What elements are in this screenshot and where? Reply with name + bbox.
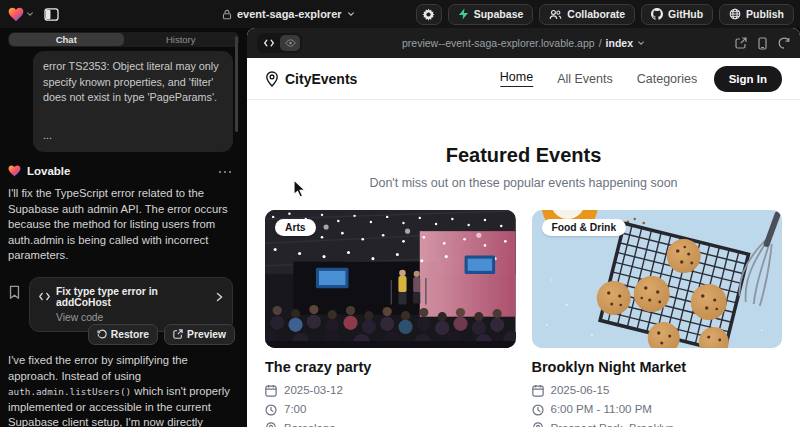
globe-icon (729, 8, 741, 20)
hero-section: Featured Events Don't miss out on these … (247, 144, 800, 190)
message-menu-icon[interactable] (219, 170, 233, 173)
publish-label: Publish (746, 8, 784, 20)
preview-url: preview--event-saga-explorer.lovable.app (402, 37, 595, 49)
inline-code: auth.admin.listUsers() (8, 386, 131, 397)
project-selector[interactable]: event-saga-explorer (222, 0, 355, 28)
publish-button[interactable]: Publish (719, 4, 794, 25)
nav-categories[interactable]: Categories (637, 72, 697, 86)
site-preview: CityEvents Home All Events Categories Si… (247, 58, 800, 427)
site-brand[interactable]: CityEvents (265, 71, 357, 87)
chevron-down-icon (637, 39, 645, 47)
chevron-down-icon (347, 10, 355, 18)
edit-card-title: Fix type type error in addCoHost (56, 286, 210, 308)
sign-in-button[interactable]: Sign In (714, 66, 782, 92)
category-badge: Arts (275, 219, 316, 236)
code-preview-toggle (257, 33, 302, 53)
event-location: Barcelona (284, 422, 336, 427)
code-icon (39, 292, 50, 301)
lovable-heart-icon (8, 7, 24, 22)
event-card-crazy-party[interactable]: Arts The crazy party 2025-03-12 (265, 210, 516, 427)
event-date: 2025-06-15 (551, 384, 610, 397)
url-bar: preview--event-saga-explorer.lovable.app… (247, 28, 800, 58)
site-navbar: CityEvents Home All Events Categories Si… (247, 58, 800, 100)
category-badge: Food & Drink (542, 219, 627, 236)
calendar-icon (265, 384, 277, 397)
collaborate-button[interactable]: Collaborate (539, 4, 635, 25)
map-pin-icon (265, 71, 279, 87)
refresh-icon[interactable] (778, 37, 790, 49)
hero-subtitle: Don't miss out on these popular events h… (247, 176, 800, 190)
clock-icon (265, 404, 277, 416)
chevron-right-icon (216, 292, 223, 302)
site-brand-name: CityEvents (285, 71, 357, 87)
event-image-conference: Arts (265, 210, 516, 348)
hero-title: Featured Events (247, 144, 800, 167)
chat-history-tabs: Chat History (8, 32, 239, 47)
external-link-icon (173, 329, 183, 339)
lovable-logo-menu[interactable] (6, 4, 36, 24)
calendar-icon (532, 384, 544, 397)
assistant-name: Lovable (27, 165, 70, 177)
event-image-cookies: Food & Drink (532, 210, 783, 348)
user-message-ellipsis: ... (43, 128, 223, 144)
nav-home[interactable]: Home (500, 70, 533, 87)
supabase-label: Supabase (474, 8, 524, 20)
lock-icon (222, 9, 232, 20)
map-pin-icon (265, 422, 277, 427)
user-message-text: error TS2353: Object literal may only sp… (43, 59, 223, 106)
tab-chat[interactable]: Chat (9, 33, 124, 46)
url-separator: / (599, 37, 602, 49)
chevron-down-icon (26, 10, 34, 18)
settings-button[interactable] (416, 4, 442, 25)
eye-icon (285, 39, 296, 47)
restore-button[interactable]: Restore (88, 324, 158, 345)
preview-panel: preview--event-saga-explorer.lovable.app… (247, 28, 800, 427)
collaborate-label: Collaborate (567, 8, 625, 20)
github-icon (651, 8, 663, 20)
sidebar-toggle-button[interactable] (39, 4, 63, 24)
lovable-heart-icon (8, 165, 21, 177)
nav-all-events[interactable]: All Events (557, 72, 613, 86)
panel-left-icon (44, 8, 59, 21)
preview-view-button[interactable] (280, 35, 300, 51)
event-title: The crazy party (265, 359, 516, 375)
site-nav: Home All Events Categories (500, 70, 697, 87)
preview-toolbar: preview--event-saga-explorer.lovable.app… (247, 28, 800, 58)
chat-panel: Chat History error TS2353: Object litera… (0, 28, 247, 427)
event-title: Brooklyn Night Market (532, 359, 783, 375)
mobile-view-icon[interactable] (758, 37, 767, 50)
user-message-bubble: error TS2353: Object literal may only sp… (33, 51, 233, 152)
event-location: Prospect Park, Brooklyn (551, 422, 674, 427)
top-bar: event-saga-explorer Supabase (0, 0, 800, 28)
event-time: 6:00 PM - 11:00 PM (551, 403, 652, 416)
supabase-icon (458, 8, 469, 20)
project-name: event-saga-explorer (237, 8, 342, 20)
restore-label: Restore (111, 329, 149, 340)
preview-edit-button[interactable]: Preview (164, 324, 235, 345)
gear-icon (422, 8, 435, 21)
result-text-segment: I've fixed the error by simplifying the … (8, 354, 188, 382)
people-icon (549, 9, 562, 20)
view-code-link[interactable]: View code (56, 312, 223, 323)
map-pin-icon (532, 422, 544, 427)
bookmark-icon[interactable] (8, 285, 21, 300)
clock-icon (532, 404, 544, 416)
event-card-brooklyn-market[interactable]: Food & Drink Brooklyn Night Market 2025-… (532, 210, 783, 427)
code-icon (264, 39, 274, 47)
tab-history[interactable]: History (124, 33, 239, 46)
restore-icon (97, 329, 107, 339)
github-button[interactable]: GitHub (641, 4, 713, 25)
chat-scrollbar[interactable] (235, 36, 238, 132)
github-label: GitHub (668, 8, 703, 20)
event-card-grid: Arts The crazy party 2025-03-12 (247, 210, 800, 427)
open-in-new-tab-icon[interactable] (735, 37, 747, 49)
assistant-header: Lovable (8, 165, 239, 177)
event-date: 2025-03-12 (284, 384, 343, 397)
supabase-button[interactable]: Supabase (448, 4, 534, 25)
url-page-selector[interactable]: index (606, 37, 633, 49)
event-time: 7:00 (284, 403, 306, 416)
assistant-result-text: I've fixed the error by simplifying the … (8, 353, 236, 427)
code-view-button[interactable] (259, 35, 279, 51)
assistant-intro-text: I'll fix the TypeScript error related to… (8, 186, 236, 264)
app-window: event-saga-explorer Supabase (0, 0, 800, 427)
